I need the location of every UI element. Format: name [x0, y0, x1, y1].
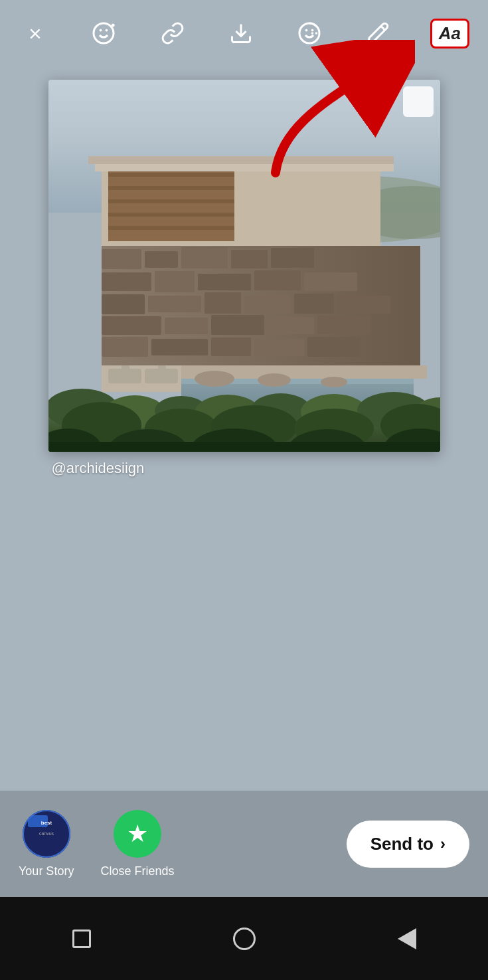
nav-recents-button[interactable]	[65, 922, 98, 955]
svg-rect-48	[211, 315, 264, 335]
svg-rect-32	[181, 247, 228, 268]
svg-rect-36	[155, 271, 195, 292]
svg-rect-44	[294, 294, 334, 314]
svg-rect-33	[231, 250, 268, 268]
home-icon	[233, 928, 256, 950]
svg-rect-47	[165, 318, 208, 334]
link-button[interactable]	[156, 17, 189, 50]
svg-rect-26	[108, 233, 234, 237]
svg-point-66	[321, 377, 347, 387]
draw-button[interactable]	[361, 17, 394, 50]
svg-rect-50	[317, 316, 370, 334]
emoji-add-button[interactable]	[87, 17, 120, 50]
svg-rect-24	[108, 219, 234, 223]
svg-rect-63	[158, 365, 166, 371]
content-area: @archidesiign	[0, 66, 488, 791]
svg-rect-45	[337, 296, 390, 314]
close-friends-avatar: ★	[114, 810, 161, 858]
your-story-option[interactable]: best canvus Your Story	[19, 810, 74, 878]
svg-rect-25	[108, 226, 234, 230]
svg-rect-20	[108, 193, 234, 197]
svg-point-64	[195, 371, 234, 387]
story-image-container	[48, 80, 440, 452]
your-story-avatar: best canvus	[23, 810, 70, 858]
svg-rect-40	[102, 294, 145, 314]
close-friends-option[interactable]: ★ Close Friends	[100, 810, 174, 878]
draw-icon	[366, 21, 390, 45]
story-image	[48, 80, 440, 452]
svg-rect-19	[108, 186, 234, 190]
svg-rect-55	[307, 337, 361, 357]
svg-rect-61	[122, 365, 129, 371]
svg-rect-41	[148, 296, 201, 312]
svg-rect-39	[304, 272, 357, 291]
svg-rect-43	[244, 296, 291, 314]
svg-rect-30	[102, 249, 141, 269]
star-icon: ★	[127, 820, 148, 848]
svg-rect-53	[211, 338, 251, 356]
svg-point-0	[94, 23, 114, 43]
nav-back-button[interactable]	[390, 922, 424, 955]
svg-rect-37	[198, 274, 251, 290]
recents-icon	[72, 930, 91, 948]
svg-rect-21	[108, 199, 234, 203]
svg-text:canvus: canvus	[39, 831, 54, 836]
svg-rect-62	[145, 369, 178, 383]
send-to-chevron: ›	[440, 834, 446, 853]
send-to-button[interactable]: Send to ›	[347, 821, 469, 868]
your-story-avatar-image: best canvus	[23, 810, 70, 858]
nav-home-button[interactable]	[228, 922, 261, 955]
link-icon	[161, 21, 185, 45]
download-icon	[229, 21, 253, 45]
back-icon	[398, 928, 416, 949]
svg-rect-23	[108, 213, 234, 217]
download-button[interactable]	[224, 17, 258, 50]
your-story-label: Your Story	[19, 864, 74, 878]
svg-rect-60	[108, 369, 141, 383]
svg-rect-38	[254, 270, 301, 290]
sticker-icon	[297, 21, 321, 45]
close-friends-label: Close Friends	[100, 864, 174, 878]
close-button[interactable]: ×	[19, 17, 52, 50]
svg-rect-51	[102, 337, 148, 357]
color-picker-button[interactable]	[403, 86, 434, 117]
sticker-button[interactable]	[293, 17, 326, 50]
svg-text:best: best	[41, 820, 52, 826]
story-editor: ×	[0, 0, 488, 897]
svg-rect-54	[254, 339, 304, 356]
svg-rect-31	[145, 251, 178, 268]
top-toolbar: ×	[0, 0, 488, 66]
emoji-add-icon	[92, 21, 116, 45]
svg-rect-52	[151, 339, 208, 355]
android-nav-bar	[0, 897, 488, 980]
svg-rect-35	[102, 272, 151, 291]
svg-rect-18	[108, 179, 234, 183]
svg-rect-46	[102, 316, 161, 335]
svg-point-65	[258, 373, 291, 387]
svg-rect-28	[88, 156, 394, 164]
svg-rect-34	[271, 248, 314, 268]
send-to-label: Send to	[370, 834, 434, 854]
svg-rect-17	[108, 173, 234, 177]
svg-rect-86	[48, 442, 440, 452]
bottom-action-bar: best canvus Your Story ★ Close Friends S…	[0, 791, 488, 897]
svg-rect-22	[108, 206, 234, 210]
svg-rect-49	[268, 317, 314, 334]
attribution-text: @archidesiign	[48, 460, 440, 477]
text-tool-button[interactable]: Aa	[430, 19, 469, 49]
svg-rect-42	[204, 292, 241, 314]
